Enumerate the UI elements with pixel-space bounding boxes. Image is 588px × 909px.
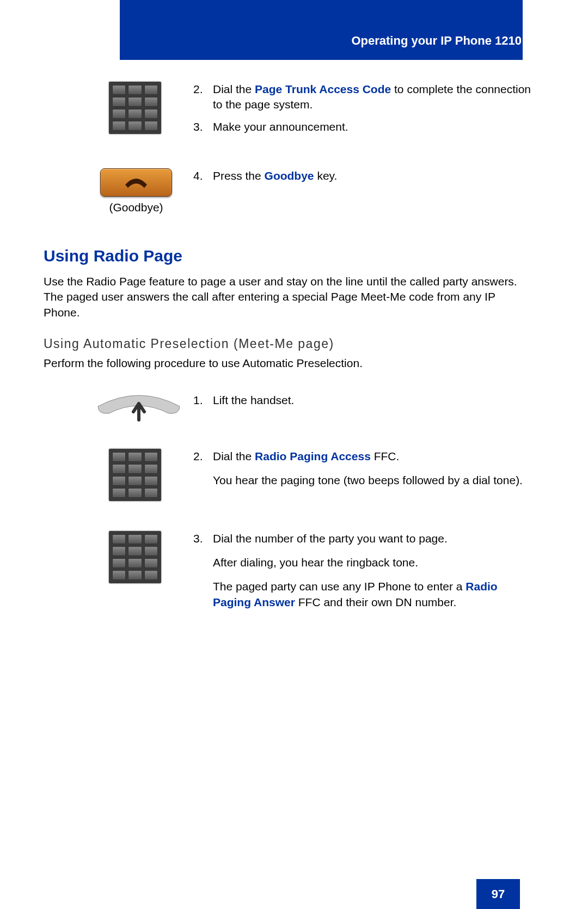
radio-step-3: 3. Dial the number of the party you want…	[193, 531, 534, 610]
step-num: 4.	[193, 168, 213, 184]
keypad-icon	[109, 531, 161, 583]
goodbye-key-icon	[100, 168, 172, 197]
step-num: 2.	[193, 449, 213, 464]
step-row-keypad-2: 2. Dial the Radio Paging Access FFC. You…	[44, 449, 534, 501]
text: FFC.	[371, 450, 400, 462]
subsection-intro: Perform the following procedure to use A…	[44, 356, 534, 371]
text: Dial the	[213, 450, 255, 462]
link-text: Goodbye	[265, 169, 314, 182]
handset-icon	[93, 393, 185, 429]
text: Press the	[213, 169, 265, 182]
step-num: 1.	[193, 393, 213, 408]
step-row-keypad-3: 3. Dial the number of the party you want…	[44, 531, 534, 617]
step-row-handset: 1. Lift the handset.	[44, 393, 534, 429]
radio-step-1: 1. Lift the handset.	[193, 393, 534, 408]
step-text: Lift the handset.	[213, 393, 534, 408]
keypad-icon	[109, 82, 161, 134]
step-num: 3.	[193, 531, 213, 546]
text: The paged party can use any IP Phone to …	[213, 579, 534, 610]
step-2: 2. Dial the Page Trunk Access Code to co…	[193, 82, 534, 113]
step-row-keypad-1: 2. Dial the Page Trunk Access Code to co…	[44, 82, 534, 141]
text: You hear the paging tone (two beeps foll…	[213, 473, 534, 488]
link-text: Page Trunk Access Code	[255, 83, 391, 95]
step-text: Dial the number of the party you want to…	[213, 531, 534, 610]
radio-step-2: 2. Dial the Radio Paging Access FFC. You…	[193, 449, 534, 489]
step-text: Make your announcement.	[213, 119, 534, 135]
step-3: 3. Make your announcement.	[193, 119, 534, 135]
step-num: 3.	[193, 119, 213, 135]
step-text: Press the Goodbye key.	[213, 168, 534, 184]
page-number: 97	[476, 879, 520, 909]
text: Dial the number of the party you want to…	[213, 531, 534, 546]
step-text: Dial the Page Trunk Access Code to compl…	[213, 82, 534, 113]
text: The paged party can use any IP Phone to …	[213, 580, 465, 593]
text: Dial the	[213, 83, 255, 95]
keypad-icon	[109, 449, 161, 501]
header-title: Operating your IP Phone 1210	[351, 33, 522, 49]
link-text: Radio Paging Access	[255, 450, 371, 462]
section-heading: Using Radio Page	[44, 245, 534, 267]
step-num: 2.	[193, 82, 213, 97]
subsection-heading: Using Automatic Preselection (Meet-Me pa…	[44, 335, 534, 352]
goodbye-label: (Goodbye)	[98, 200, 174, 215]
header-bar	[120, 0, 523, 60]
page-content: 2. Dial the Page Trunk Access Code to co…	[44, 82, 534, 622]
step-4: 4. Press the Goodbye key.	[193, 168, 534, 184]
section-intro: Use the Radio Page feature to page a use…	[44, 274, 534, 320]
text: After dialing, you hear the ringback ton…	[213, 555, 534, 570]
step-row-goodbye: (Goodbye) 4. Press the Goodbye key.	[44, 168, 534, 215]
step-text: Dial the Radio Paging Access FFC. You he…	[213, 449, 534, 489]
text: key.	[314, 169, 338, 182]
text: FFC and their own DN number.	[295, 596, 456, 608]
